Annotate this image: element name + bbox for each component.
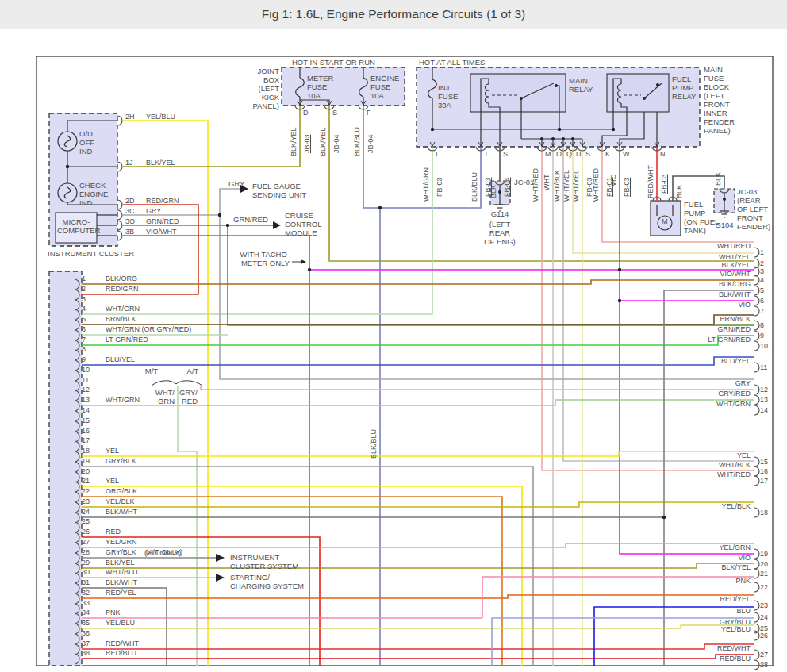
pin-number: 9 — [82, 355, 106, 366]
wire-color-t: BLK/BLU — [470, 172, 479, 202]
ecm-pin-row: 35 YEL/BLU — [82, 619, 144, 629]
pin-number: 26 — [82, 528, 106, 538]
at-wire-label: GRY/ RED — [171, 388, 198, 405]
pin-number: 33 — [82, 599, 106, 609]
edge-pin-row: YEL/BLU 26 — [655, 625, 773, 638]
edge-pin-row: BLU/YEL 11 — [655, 357, 773, 370]
pin-wire-color: GRY/BLK — [106, 548, 136, 559]
edge-pin-row: LT GRN/RED 10 — [655, 336, 773, 348]
edge-number: 18 — [760, 509, 768, 516]
pin-number: 35 — [82, 619, 106, 629]
pin-wire-color: BRN/BLK — [106, 315, 136, 325]
ecm-pin-row: 3 — [82, 295, 115, 305]
pin-letter-i: I — [436, 150, 438, 158]
ecm-pin-row: 20 — [82, 467, 115, 478]
pin-letter-w: W — [623, 150, 630, 158]
pin-number: 10 — [82, 366, 106, 376]
cluster-pin-3b: 3BVIO/WHT — [125, 228, 177, 237]
wire-color-s1: BLK/YEL — [319, 127, 328, 156]
pin-number: 15 — [82, 417, 106, 427]
pin-number: 20 — [82, 467, 106, 478]
wire-color-u: WHT/YEL — [562, 170, 571, 202]
pin-number: 1 — [82, 275, 106, 285]
pin-number: 28 — [82, 548, 106, 559]
ecm-pin-row: 15 — [82, 417, 115, 427]
edge-pin-row: RED/BLU 28 — [655, 655, 773, 667]
pin-number: 7 — [82, 336, 106, 346]
conn-f: JB-04 — [367, 134, 375, 153]
fuel-gauge-label: FUEL GAUGE SENDING UNIT — [252, 182, 306, 199]
check-engine-ind-label: CHECK ENGINE IND — [79, 181, 108, 207]
od-off-ind-label: O/D OFF IND — [79, 129, 94, 156]
pin-wire-color: PNK — [106, 609, 121, 619]
pin-wire-color: LT GRN/RED — [106, 336, 148, 346]
wire-color-d: BLK/YEL — [290, 127, 298, 156]
gry-callout-label: GRY — [228, 179, 244, 188]
ecm-pin-row: 5 BRN/BLK — [82, 315, 146, 325]
ic-system-label: INSTRUMENT CLUSTER SYSTEM — [230, 553, 298, 570]
main-relay-label: MAIN RELAY — [569, 76, 593, 94]
pin-letter-f: F — [367, 109, 371, 117]
edge-wire-color: WHT/RED — [717, 470, 751, 478]
wire-color-s2: BLK — [489, 185, 498, 198]
pin-wire-color: YEL — [106, 477, 119, 487]
wire-color-blk-jc03: BLK — [714, 172, 723, 186]
ecm-pin-row: 21 YEL — [82, 477, 129, 487]
ecm-pin-row: 32 RED/YEL — [82, 589, 146, 599]
banner-start-run: HOT IN START OR RUN — [292, 58, 375, 67]
wire-color-k: WHT/RED — [592, 168, 601, 202]
pin-wire-color: WHT/BLU — [106, 568, 138, 578]
pin-number: 25 — [82, 517, 106, 528]
ecm-pin-row: 28 GRY/BLK (A/T ONLY) — [82, 548, 182, 559]
ecm-pin-row: 22 ORG/BLK — [82, 487, 147, 497]
pin-wire-color: WHT/GRN — [106, 305, 140, 315]
pin-number: 36 — [82, 629, 106, 639]
meter-fuse-label: METER FUSE 10A — [307, 74, 333, 100]
pin-number: 11 — [82, 376, 106, 386]
fuel-pump-label: FUEL PUMP (ON FUEL TANK) — [684, 200, 719, 235]
wiring-diagram-page: { "header": { "title": "Fig 1: 1.6L, Eng… — [0, 0, 787, 672]
ecm-pin-row: 14 — [82, 406, 115, 417]
edge-wire-color: BLK/YEL — [721, 261, 751, 269]
edge-wire-color: LT GRN/RED — [708, 336, 751, 344]
ecm-pin-row: 9 BLU/YEL — [82, 355, 144, 366]
wire-color-blk-pump: BLK — [675, 185, 684, 198]
pin-letter-u: U — [576, 150, 582, 158]
pin-number: 18 — [82, 447, 106, 457]
pin-letter-o: O — [556, 150, 562, 158]
ecm-pin-row: 18 YEL — [82, 447, 129, 457]
edge-number: 11 — [760, 363, 767, 371]
at-label: A/T — [181, 367, 205, 375]
mid-blk-blu-label: BLK/BLU — [370, 429, 378, 459]
conn-n: FB-03 — [660, 174, 669, 194]
edge-pin-row: YEL/BLK 18 — [655, 502, 773, 515]
edge-pin-row: WHT/GRN 14 — [655, 400, 773, 413]
wire-color-i: WHT/GRN — [422, 167, 431, 202]
ecm-pin-row: 19 GRY/BLK — [82, 457, 146, 467]
pin-letter-n: N — [660, 150, 666, 158]
pin-number: 6 — [82, 325, 106, 336]
edge-wire-color: GRY/RED — [718, 390, 751, 397]
edge-wire-color: BLK/WHT — [719, 290, 751, 298]
pin-letter-d: D — [303, 109, 309, 117]
pin-wire-color: WHT/GRN — [106, 396, 140, 406]
edge-wire-color: RED/YEL — [720, 595, 751, 603]
edge-wire-color: WHT/YEL — [719, 253, 751, 261]
ecm-pin-row: 23 YEL/BLK — [82, 497, 144, 508]
start-system-label: STARTING/ CHARGING SYSTEM — [230, 573, 304, 590]
pin-wire-color: YEL/BLK — [106, 497, 135, 508]
pin-letter-s3: S — [585, 150, 590, 158]
pin-letter-m: M — [545, 150, 551, 158]
pin-number: 38 — [82, 649, 106, 659]
ecm-pin-row: 8 — [82, 345, 115, 355]
pin-wire-color: BLK/WHT — [106, 578, 137, 589]
edge-pin-row: PNK 22 — [655, 577, 773, 589]
edge-wire-color: YEL/BLK — [721, 502, 751, 510]
ecm-pin-row: 37 RED/WHT — [82, 639, 148, 650]
edge-wire-color: BLU — [736, 607, 751, 615]
pin-letter-s2: S — [503, 150, 508, 158]
main-relay-box — [470, 74, 566, 112]
pin-wire-color: BLK/YEL — [106, 559, 135, 569]
pin-number: 22 — [82, 487, 106, 497]
pin-wire-color: RED/YEL — [106, 589, 136, 599]
